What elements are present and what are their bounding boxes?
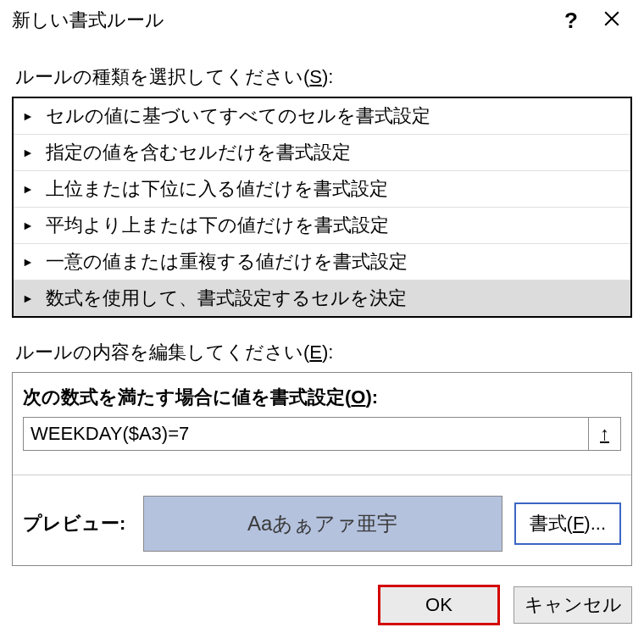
- collapse-dialog-button[interactable]: ↑: [588, 418, 620, 450]
- cancel-button[interactable]: キャンセル: [514, 586, 632, 624]
- format-button[interactable]: 書式(F)...: [514, 502, 621, 545]
- rule-type-item-label: 指定の値を含むセルだけを書式設定: [46, 140, 351, 165]
- rule-type-item[interactable]: ►上位または下位に入る値だけを書式設定: [14, 171, 630, 208]
- rule-type-item-label: 一意の値または重複する値だけを書式設定: [46, 249, 408, 275]
- rule-type-item-label: 数式を使用して、書式設定するセルを決定: [46, 286, 407, 311]
- dialog-footer: OK キャンセル: [0, 573, 644, 624]
- rule-type-item-label: 上位または下位に入る値だけを書式設定: [46, 176, 388, 202]
- triangle-icon: ►: [22, 219, 34, 232]
- triangle-icon: ►: [22, 109, 34, 123]
- formula-row: ↑: [23, 417, 621, 451]
- rule-type-item[interactable]: ►平均より上または下の値だけを書式設定: [14, 208, 630, 244]
- triangle-icon: ►: [22, 291, 34, 305]
- triangle-icon: ►: [22, 146, 34, 159]
- rule-type-list[interactable]: ►セルの値に基づいてすべてのセルを書式設定►指定の値を含むセルだけを書式設定►上…: [12, 97, 632, 318]
- rule-type-label: ルールの種類を選択してください(S):: [15, 64, 632, 90]
- help-button[interactable]: ?: [551, 8, 591, 34]
- rule-type-item-label: セルの値に基づいてすべてのセルを書式設定: [46, 103, 430, 129]
- preview-label: プレビュー:: [23, 511, 131, 536]
- rule-type-item[interactable]: ►一意の値または重複する値だけを書式設定: [14, 244, 630, 280]
- arrow-up-icon: ↑: [600, 425, 609, 443]
- rule-type-item[interactable]: ►指定の値を含むセルだけを書式設定: [14, 135, 630, 171]
- triangle-icon: ►: [22, 255, 34, 269]
- edit-rule-label: ルールの内容を編集してください(E):: [15, 340, 632, 365]
- formula-caption: 次の数式を満たす場合に値を書式設定(O):: [23, 385, 621, 410]
- triangle-icon: ►: [22, 182, 34, 196]
- rule-type-item[interactable]: ►セルの値に基づいてすべてのセルを書式設定: [14, 98, 630, 135]
- ok-button[interactable]: OK: [380, 586, 498, 624]
- divider: [13, 475, 631, 475]
- window-title: 新しい書式ルール: [12, 8, 164, 33]
- rule-type-item[interactable]: ►数式を使用して、書式設定するセルを決定: [14, 280, 630, 316]
- close-icon: [602, 9, 621, 28]
- close-button[interactable]: [591, 9, 632, 31]
- rule-type-item-label: 平均より上または下の値だけを書式設定: [46, 213, 389, 238]
- edit-rule-panel: 次の数式を満たす場合に値を書式設定(O): ↑ プレビュー: Aaあぁアァ亜宇 …: [12, 372, 632, 566]
- preview-swatch: Aaあぁアァ亜宇: [143, 496, 502, 552]
- titlebar: 新しい書式ルール ?: [0, 0, 644, 41]
- formula-input[interactable]: [24, 418, 588, 450]
